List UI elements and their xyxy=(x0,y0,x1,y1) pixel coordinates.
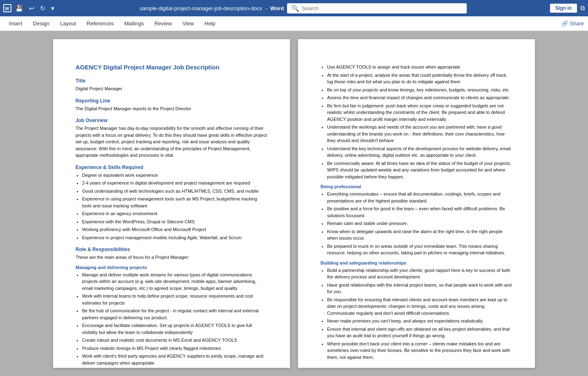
list-item: Experience with the WordPress, Drupal or… xyxy=(82,218,267,225)
app-name: Word xyxy=(270,5,284,11)
list-item: Be responsible for ensuring that relevan… xyxy=(327,296,512,317)
subheading-managing: Managing and delivering projects xyxy=(76,265,267,270)
experience-list: Degree or equivalent work experience 2-4… xyxy=(82,172,267,241)
customize-button[interactable]: ▾ xyxy=(49,4,56,13)
list-item: At the start of a project, analyse the a… xyxy=(327,72,512,85)
menu-review[interactable]: Review xyxy=(149,18,177,29)
section-job-overview: Job Overview xyxy=(76,118,267,123)
list-item: Be positive and a force for good in the … xyxy=(327,205,512,219)
list-item: Create robust and realistic cost documen… xyxy=(82,337,267,344)
list-item: Be the hub of communication for the proj… xyxy=(82,307,267,321)
list-item: Experience in an agency environment xyxy=(82,210,267,217)
list-item: Where possible don't back your client in… xyxy=(327,340,512,361)
search-input[interactable] xyxy=(302,5,463,11)
menu-help[interactable]: Help xyxy=(200,18,220,29)
section-reporting-line: Reporting Line xyxy=(76,98,267,104)
list-item: Assess the time and financial impact of … xyxy=(327,94,512,101)
list-item: Degree or equivalent work experience xyxy=(82,172,267,179)
share-button[interactable]: 🔗 Share xyxy=(561,20,584,27)
title-bar-right: Sign in ⧉ xyxy=(550,4,585,13)
page-1: AGENCY Digital Project Manager Job Descr… xyxy=(53,39,290,368)
title-content: Digital Project Manager xyxy=(76,85,267,92)
signin-button[interactable]: Sign in xyxy=(550,4,577,13)
share-label: Share xyxy=(570,20,584,27)
file-name: sample-digital-project-manager-job-descr… xyxy=(140,5,262,11)
menu-insert[interactable]: Insert xyxy=(4,18,27,29)
list-item: Everything communicates – ensure that al… xyxy=(327,191,512,204)
list-item: Never make promises you can't keep, and … xyxy=(327,318,512,325)
svg-text:W: W xyxy=(5,6,9,11)
share-icon: 🔗 xyxy=(561,20,568,27)
title-bar: W 💾 ↩ ↻ ▾ sample-digital-project-manager… xyxy=(0,0,588,16)
list-item: Remain calm and stable under pressure. xyxy=(327,220,512,227)
list-item: Understand the key technical aspects of … xyxy=(327,145,512,159)
title-bar-center: sample-digital-project-manager-job-descr… xyxy=(56,3,550,13)
subheading-relationships: Building and safeguarding relationships xyxy=(321,260,512,265)
search-box[interactable]: 🔍 xyxy=(287,3,467,13)
list-item: Be prepared to muck in on areas outside … xyxy=(327,243,512,256)
list-item: Produce realistic timings in MS Project … xyxy=(82,345,267,352)
continued-list: Use AGENCY TOOLS to assign and track iss… xyxy=(327,64,512,180)
menu-design[interactable]: Design xyxy=(28,18,54,29)
relationships-list: Build a partnership relationship with yo… xyxy=(327,267,512,361)
list-item: Experience in using project management t… xyxy=(82,196,267,209)
save-button[interactable]: 💾 xyxy=(13,4,25,13)
section-experience: Experience & Skills Required xyxy=(76,165,267,170)
reporting-line-content: The Digital Project Manager reports to t… xyxy=(76,105,267,112)
list-item: Be commercially aware: At all times have… xyxy=(327,160,512,180)
list-item: Understand the workings and needs of the… xyxy=(327,124,512,144)
list-item: Have great relationships with the intern… xyxy=(327,282,512,295)
title-separator: - xyxy=(265,5,267,11)
document-area: AGENCY Digital Project Manager Job Descr… xyxy=(0,31,588,376)
search-icon: 🔍 xyxy=(291,4,299,12)
list-item: Encourage and facilitate collaboration. … xyxy=(82,322,267,336)
list-item: Manage and deliver multiple work streams… xyxy=(82,271,267,292)
undo-button[interactable]: ↩ xyxy=(27,4,36,13)
section-role: Role & Responsibilities xyxy=(76,247,267,252)
list-item: Ensure that internal and client sign-off… xyxy=(327,326,512,339)
menu-layout[interactable]: Layout xyxy=(55,18,81,29)
subheading-professional: Being professional xyxy=(321,184,512,189)
word-icon: W xyxy=(3,4,11,12)
document-title: AGENCY Digital Project Manager Job Descr… xyxy=(76,64,267,71)
managing-list: Manage and deliver multiple work streams… xyxy=(82,271,267,367)
menu-view[interactable]: View xyxy=(178,18,199,29)
title-bar-left: W 💾 ↩ ↻ ▾ xyxy=(3,4,56,13)
list-item: Know when to delegate upwards and raise … xyxy=(327,228,512,242)
job-overview-content: The Project Manager has day-to-day respo… xyxy=(76,125,267,159)
menu-mailings[interactable]: Mailings xyxy=(120,18,149,29)
menu-references[interactable]: References xyxy=(82,18,118,29)
list-item: Good understanding of web technologies s… xyxy=(82,188,267,195)
list-item: Be firm but fair in judgement: push back… xyxy=(327,102,512,123)
role-intro: These are the main areas of focus for a … xyxy=(76,254,267,261)
section-title-heading: Title xyxy=(76,78,267,84)
list-item: Use AGENCY TOOLS to assign and track iss… xyxy=(327,64,512,71)
list-item: Work with client's third party agencies … xyxy=(82,353,267,366)
list-item: Work with internal teams to help define … xyxy=(82,293,267,306)
menu-bar: Insert Design Layout References Mailings… xyxy=(0,16,588,31)
list-item: Working proficiency with Microsoft Offic… xyxy=(82,226,267,233)
restore-window-button[interactable]: ⧉ xyxy=(580,4,585,12)
list-item: Build a partnership relationship with yo… xyxy=(327,267,512,280)
professional-list: Everything communicates – ensure that al… xyxy=(327,191,512,256)
page-2: Use AGENCY TOOLS to assign and track iss… xyxy=(298,39,535,368)
redo-button[interactable]: ↻ xyxy=(38,4,47,13)
list-item: Be on top of your projects and know timi… xyxy=(327,87,512,93)
list-item: 2-4 years of experience in digital devel… xyxy=(82,180,267,187)
list-item: Experience in project management models … xyxy=(82,234,267,241)
